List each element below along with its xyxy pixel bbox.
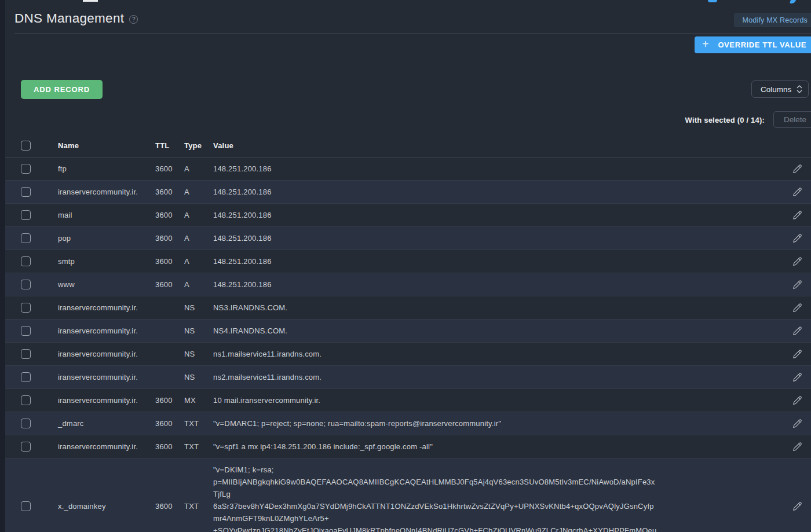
edit-pencil-icon[interactable] bbox=[792, 233, 802, 243]
record-ttl: 3600 bbox=[155, 164, 184, 173]
delete-selected-button[interactable]: Delete bbox=[773, 111, 811, 128]
row-checkbox-cell bbox=[5, 326, 58, 336]
record-name: iranservercommunity.ir. bbox=[58, 373, 155, 381]
header-checkbox-cell bbox=[5, 141, 58, 151]
row-checkbox-cell bbox=[5, 419, 58, 428]
row-checkbox[interactable] bbox=[21, 210, 31, 220]
record-name: www bbox=[58, 280, 155, 289]
edit-pencil-icon[interactable] bbox=[792, 442, 802, 452]
table-row: iranservercommunity.ir. 3600 TXT "v=spf1… bbox=[5, 435, 811, 458]
record-type: TXT bbox=[184, 502, 213, 511]
record-ttl: 3600 bbox=[155, 280, 184, 289]
row-checkbox[interactable] bbox=[21, 326, 31, 336]
column-header-ttl: TTL bbox=[155, 141, 184, 150]
record-ttl: 3600 bbox=[155, 234, 184, 243]
columns-select[interactable]: Columns bbox=[751, 80, 809, 98]
select-all-checkbox[interactable] bbox=[21, 141, 31, 151]
row-checkbox[interactable] bbox=[21, 233, 31, 243]
record-value: 148.251.200.186 bbox=[213, 209, 658, 221]
record-type: NS bbox=[184, 373, 213, 381]
record-type: A bbox=[184, 257, 213, 266]
record-type: MX bbox=[184, 396, 213, 405]
record-name: x._domainkey bbox=[58, 502, 155, 511]
edit-pencil-icon[interactable] bbox=[792, 280, 802, 289]
record-type: NS bbox=[184, 326, 213, 335]
row-checkbox[interactable] bbox=[21, 501, 31, 511]
row-checkbox[interactable] bbox=[21, 280, 31, 289]
record-ttl: 3600 bbox=[155, 257, 184, 266]
column-header-type: Type bbox=[184, 141, 213, 150]
with-selected-label: With selected (0 / 14): bbox=[685, 116, 765, 124]
edit-pencil-icon[interactable] bbox=[792, 372, 802, 382]
record-value: 148.251.200.186 bbox=[213, 163, 658, 175]
record-name: iranservercommunity.ir. bbox=[58, 303, 155, 312]
help-icon[interactable]: ? bbox=[129, 15, 138, 24]
table-row: www 3600 A 148.251.200.186 bbox=[5, 273, 811, 296]
record-value: ns2.mailservice11.irandns.com. bbox=[213, 371, 658, 383]
row-checkbox-cell bbox=[5, 256, 58, 266]
row-checkbox-cell bbox=[5, 501, 58, 511]
record-value: NS4.IRANDNS.COM. bbox=[213, 325, 658, 337]
record-value: "v=spf1 a mx ip4:148.251.200.186 include… bbox=[213, 441, 658, 453]
row-checkbox[interactable] bbox=[21, 164, 31, 174]
edit-pencil-icon[interactable] bbox=[792, 501, 802, 511]
record-type: NS bbox=[184, 303, 213, 312]
table-row: _dmarc 3600 TXT "v=DMARC1; p=reject; sp=… bbox=[5, 412, 811, 435]
row-checkbox[interactable] bbox=[21, 303, 31, 313]
row-checkbox-cell bbox=[5, 442, 58, 452]
record-ttl: 3600 bbox=[155, 419, 184, 428]
edit-pencil-icon[interactable] bbox=[792, 303, 802, 313]
row-checkbox[interactable] bbox=[21, 256, 31, 266]
override-ttl-label: OVERRIDE TTL VALUE bbox=[718, 41, 806, 49]
override-ttl-button[interactable]: + OVERRIDE TTL VALUE bbox=[695, 36, 811, 53]
add-record-button[interactable]: ADD RECORD bbox=[21, 80, 103, 99]
edit-pencil-icon[interactable] bbox=[792, 349, 802, 359]
edit-pencil-icon[interactable] bbox=[792, 326, 802, 336]
record-ttl: 3600 bbox=[155, 442, 184, 451]
plus-icon: + bbox=[702, 38, 709, 51]
table-row: iranservercommunity.ir. NS NS3.IRANDNS.C… bbox=[5, 296, 811, 320]
record-value: "v=DMARC1; p=reject; sp=none; rua=mailto… bbox=[213, 417, 658, 430]
edit-pencil-icon[interactable] bbox=[792, 395, 802, 405]
row-checkbox-cell bbox=[5, 349, 58, 359]
record-name: pop bbox=[58, 234, 155, 243]
columns-select-label: Columns bbox=[761, 85, 791, 94]
record-ttl: 3600 bbox=[155, 502, 184, 511]
row-checkbox[interactable] bbox=[21, 419, 31, 428]
edit-pencil-icon[interactable] bbox=[792, 210, 802, 220]
modify-mx-records-button[interactable]: Modify MX Records bbox=[734, 13, 811, 27]
edit-pencil-icon[interactable] bbox=[792, 256, 802, 266]
record-value: 148.251.200.186 bbox=[213, 278, 658, 291]
row-checkbox[interactable] bbox=[21, 349, 31, 359]
record-name: ftp bbox=[58, 164, 155, 173]
edit-pencil-icon[interactable] bbox=[792, 187, 802, 197]
record-name: iranservercommunity.ir. bbox=[58, 188, 155, 196]
record-ttl: 3600 bbox=[155, 188, 184, 196]
row-checkbox-cell bbox=[5, 303, 58, 313]
record-type: A bbox=[184, 188, 213, 196]
record-type: A bbox=[184, 280, 213, 289]
record-type: A bbox=[184, 234, 213, 243]
row-checkbox[interactable] bbox=[21, 187, 31, 197]
column-header-value: Value bbox=[213, 141, 783, 150]
row-checkbox[interactable] bbox=[21, 372, 31, 382]
record-type: A bbox=[184, 164, 213, 173]
row-checkbox[interactable] bbox=[21, 442, 31, 452]
table-row: iranservercommunity.ir. NS NS4.IRANDNS.C… bbox=[5, 320, 811, 343]
row-checkbox-cell bbox=[5, 233, 58, 243]
table-row: iranservercommunity.ir. 3600 MX 10 mail.… bbox=[5, 389, 811, 412]
row-checkbox[interactable] bbox=[21, 395, 31, 405]
record-ttl: 3600 bbox=[155, 211, 184, 219]
edit-pencil-icon[interactable] bbox=[792, 419, 802, 428]
updown-chevron-icon bbox=[797, 85, 802, 94]
page-header: DNS Management ? bbox=[14, 11, 138, 26]
edit-pencil-icon[interactable] bbox=[792, 164, 802, 174]
page-title: DNS Management bbox=[14, 11, 124, 26]
row-checkbox-cell bbox=[5, 210, 58, 220]
record-value: NS3.IRANDNS.COM. bbox=[213, 302, 658, 314]
row-checkbox-cell bbox=[5, 280, 58, 289]
column-header-name: Name bbox=[58, 141, 155, 150]
record-name: _dmarc bbox=[58, 419, 155, 428]
table-row: x._domainkey 3600 TXT "v=DKIM1; k=rsa; p… bbox=[5, 458, 811, 532]
left-edge-strip bbox=[0, 0, 5, 532]
